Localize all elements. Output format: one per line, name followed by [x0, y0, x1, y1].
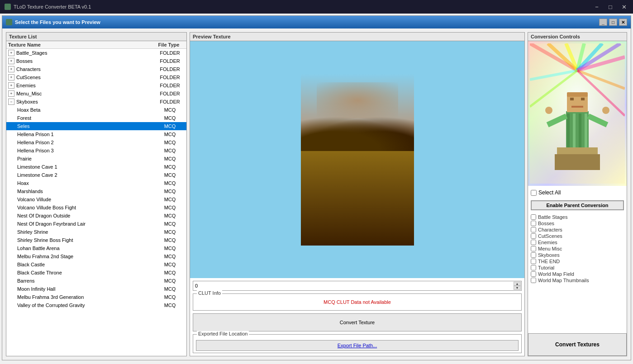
window-close-btn[interactable]: ✕: [619, 19, 627, 26]
checkbox-skyboxes[interactable]: [531, 252, 536, 258]
checkbox-menu_misc[interactable]: [531, 246, 536, 251]
checkbox-label-world_map_field[interactable]: World Map Field: [538, 271, 574, 277]
checkbox-tutorial[interactable]: [531, 265, 536, 270]
checkbox-characters[interactable]: [531, 227, 536, 232]
window-minimize-btn[interactable]: _: [599, 19, 607, 26]
item-name: Nest Of Dragon Outside: [17, 213, 155, 218]
conversion-checkbox-row: Enemies: [531, 239, 624, 246]
spinbox-down[interactable]: ▼: [514, 286, 521, 290]
checkbox-world_map_field[interactable]: [531, 271, 536, 277]
frame-spinbox-input[interactable]: 0: [195, 283, 511, 288]
item-name: Hellena Prison 2: [17, 140, 155, 145]
frame-spinbox[interactable]: 0 ▲ ▼: [193, 281, 522, 291]
expand-btn[interactable]: +: [8, 74, 14, 80]
list-item[interactable]: PrairieMCQ: [6, 155, 186, 163]
item-name: Nest Of Dragon Feyrbrand Lair: [17, 221, 155, 227]
list-item[interactable]: +Battle_StagesFOLDER: [6, 49, 186, 57]
item-type: MCQ: [155, 262, 185, 267]
list-item[interactable]: HoaxMCQ: [6, 179, 186, 187]
item-type: MCQ: [155, 303, 185, 308]
list-item[interactable]: Hoax BetaMCQ: [6, 106, 186, 114]
item-name: Characters: [16, 66, 155, 72]
os-minimize-btn[interactable]: −: [592, 4, 601, 10]
list-item[interactable]: BarrensMCQ: [6, 277, 186, 285]
list-item[interactable]: +EnemiesFOLDER: [6, 81, 186, 90]
list-item[interactable]: Hellena Prison 1MCQ: [6, 130, 186, 138]
expand-btn[interactable]: −: [8, 99, 14, 105]
item-name: Shirley Shrine Boss Fight: [17, 237, 155, 243]
list-item[interactable]: Valley of the Corrupted GravityMCQ: [6, 301, 186, 309]
list-item[interactable]: SelesMCQ: [6, 122, 186, 130]
list-item[interactable]: Limestone Cave 1MCQ: [6, 163, 186, 171]
checkbox-world_map_thumbnails[interactable]: [531, 278, 536, 283]
list-item[interactable]: Nest Of Dragon Feyrbrand LairMCQ: [6, 220, 186, 228]
checkbox-label-menu_misc[interactable]: Menu Misc: [538, 246, 562, 251]
checkbox-cutscenes[interactable]: [531, 233, 536, 239]
list-item[interactable]: Limestone Cave 2MCQ: [6, 171, 186, 179]
list-item[interactable]: +CutScenesFOLDER: [6, 73, 186, 81]
conversion-checkbox-row: Characters: [531, 227, 624, 233]
list-item[interactable]: Moon Infinity HallMCQ: [6, 285, 186, 293]
os-close-btn[interactable]: ✕: [619, 4, 628, 10]
conversion-panel: Conversion Controls: [528, 32, 627, 356]
checkbox-label-skyboxes[interactable]: Skyboxes: [538, 252, 560, 258]
list-item[interactable]: +BossesFOLDER: [6, 57, 186, 65]
checkbox-label-characters[interactable]: Characters: [538, 227, 562, 232]
list-item[interactable]: Black Castle ThroneMCQ: [6, 269, 186, 277]
enable-parent-btn[interactable]: Enable Parent Conversion: [531, 200, 624, 210]
list-item[interactable]: Hellena Prison 3MCQ: [6, 147, 186, 155]
list-item[interactable]: Volcano VilludeMCQ: [6, 195, 186, 203]
spinbox-up[interactable]: ▲: [514, 282, 521, 286]
list-item[interactable]: Melbu Frahma 3rd GenerationMCQ: [6, 293, 186, 301]
list-item[interactable]: Lohan Battle ArenaMCQ: [6, 244, 186, 252]
list-item[interactable]: −SkyboxesFOLDER: [6, 98, 186, 106]
checkbox-label-cutscenes[interactable]: CutScenes: [538, 233, 562, 239]
checkbox-label-enemies[interactable]: Enemies: [538, 240, 557, 245]
expand-btn[interactable]: +: [8, 90, 14, 97]
list-item[interactable]: +CharactersFOLDER: [6, 65, 186, 73]
list-item[interactable]: Nest Of Dragon OutsideMCQ: [6, 212, 186, 220]
expand-btn[interactable]: +: [8, 58, 14, 64]
list-item[interactable]: Volcano Villude Boss FightMCQ: [6, 203, 186, 212]
select-all-row: Select All: [531, 189, 624, 197]
checkbox-label-the_end[interactable]: THE END: [538, 259, 560, 264]
checkbox-battle_stages[interactable]: [531, 214, 536, 220]
list-item[interactable]: Hellena Prison 2MCQ: [6, 138, 186, 147]
select-all-checkbox[interactable]: [531, 190, 537, 196]
conversion-checkbox-row: World Map Field: [531, 271, 624, 277]
checkbox-label-tutorial[interactable]: Tutorial: [538, 265, 554, 270]
checkbox-label-bosses[interactable]: Bosses: [538, 221, 554, 226]
list-item[interactable]: Shirley Shrine Boss FightMCQ: [6, 236, 186, 244]
svg-rect-20: [567, 92, 588, 97]
preview-hills: [301, 117, 414, 151]
checkbox-bosses[interactable]: [531, 221, 536, 226]
select-all-label[interactable]: Select All: [538, 189, 561, 196]
export-path-button[interactable]: Export File Path...: [196, 340, 519, 351]
expand-btn[interactable]: +: [8, 66, 14, 72]
checkbox-enemies[interactable]: [531, 240, 536, 245]
conversion-checkbox-row: Skyboxes: [531, 252, 624, 258]
svg-point-26: [545, 107, 552, 114]
item-type: MCQ: [155, 140, 185, 145]
list-item[interactable]: MarshlandsMCQ: [6, 187, 186, 195]
item-type: MCQ: [155, 254, 185, 259]
item-name: Melbu Frahma 3rd Generation: [17, 294, 155, 300]
expand-btn[interactable]: +: [8, 50, 14, 56]
checkbox-label-battle_stages[interactable]: Battle Stages: [538, 214, 567, 220]
convert-textures-button[interactable]: Convert Textures: [528, 333, 627, 356]
exported-group-title: Exported File Location: [197, 331, 249, 336]
convert-texture-button[interactable]: Convert Texture: [193, 313, 522, 331]
expand-btn[interactable]: +: [8, 82, 14, 89]
window-maximize-btn[interactable]: □: [609, 19, 617, 26]
list-item[interactable]: +Menu_MiscFOLDER: [6, 90, 186, 98]
list-item[interactable]: Melbu Frahma 2nd StageMCQ: [6, 252, 186, 260]
os-maximize-btn[interactable]: □: [606, 4, 615, 10]
list-item[interactable]: Black CastleMCQ: [6, 260, 186, 269]
texture-list-body[interactable]: +Battle_StagesFOLDER+BossesFOLDER+Charac…: [6, 49, 186, 356]
list-item[interactable]: ForestMCQ: [6, 114, 186, 122]
checkbox-label-world_map_thumbnails[interactable]: World Map Thumbnails: [538, 278, 589, 283]
checkbox-the_end[interactable]: [531, 259, 536, 264]
item-name: Enemies: [16, 83, 155, 88]
list-item[interactable]: Shirley ShrineMCQ: [6, 228, 186, 236]
preview-image: [301, 74, 414, 246]
